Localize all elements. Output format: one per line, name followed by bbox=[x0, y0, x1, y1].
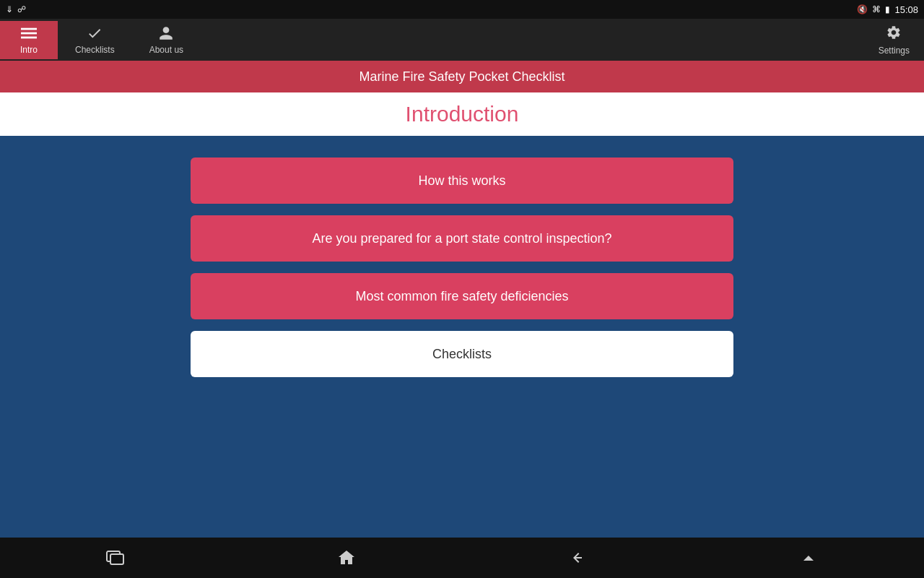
app-title-bar: Marine Fire Safety Pocket Checklist bbox=[0, 61, 924, 92]
battery-icon: ▮ bbox=[885, 4, 890, 14]
svg-rect-1 bbox=[21, 32, 37, 34]
home-icon[interactable] bbox=[325, 543, 368, 572]
how-this-works-button[interactable]: How this works bbox=[191, 158, 733, 204]
status-left-icons: ⇓ ☍ bbox=[6, 4, 26, 14]
up-icon[interactable] bbox=[787, 543, 830, 572]
clock: 15:08 bbox=[894, 4, 918, 15]
back-icon[interactable] bbox=[556, 543, 599, 572]
person-icon bbox=[158, 25, 174, 43]
image-icon: ☍ bbox=[17, 4, 26, 14]
nav-label-about: About us bbox=[149, 45, 183, 55]
fire-deficiencies-button[interactable]: Most common fire safety deficiencies bbox=[191, 273, 733, 319]
page-title-area: Introduction bbox=[0, 92, 924, 136]
svg-rect-4 bbox=[110, 554, 123, 564]
nav-label-checklists: Checklists bbox=[75, 45, 115, 55]
nav-label-intro: Intro bbox=[20, 45, 38, 55]
port-state-button[interactable]: Are you prepared for a port state contro… bbox=[191, 215, 733, 262]
svg-rect-2 bbox=[21, 36, 37, 38]
page-title: Introduction bbox=[406, 102, 519, 126]
bottom-bar bbox=[0, 538, 924, 578]
nav-label-settings: Settings bbox=[879, 46, 910, 56]
checklists-button[interactable]: Checklists bbox=[191, 331, 733, 377]
recent-apps-icon[interactable] bbox=[94, 543, 137, 572]
nav-item-checklists[interactable]: Checklists bbox=[58, 21, 132, 59]
nav-item-about[interactable]: About us bbox=[132, 21, 201, 59]
main-content: How this works Are you prepared for a po… bbox=[0, 136, 924, 538]
menu-icon bbox=[21, 25, 37, 43]
settings-icon bbox=[886, 25, 902, 44]
svg-rect-0 bbox=[21, 27, 37, 30]
download-icon: ⇓ bbox=[6, 4, 13, 14]
app-title: Marine Fire Safety Pocket Checklist bbox=[359, 69, 565, 85]
mute-icon: 🔇 bbox=[857, 4, 868, 14]
status-right-icons: 🔇 ⌘ ▮ 15:08 bbox=[857, 4, 918, 15]
nav-bar: Intro Checklists About us Settings bbox=[0, 19, 924, 61]
wifi-icon: ⌘ bbox=[872, 4, 881, 14]
status-bar: ⇓ ☍ 🔇 ⌘ ▮ 15:08 bbox=[0, 0, 924, 19]
nav-item-intro[interactable]: Intro bbox=[0, 21, 58, 59]
nav-item-settings[interactable]: Settings bbox=[864, 20, 924, 60]
check-icon bbox=[87, 25, 103, 43]
